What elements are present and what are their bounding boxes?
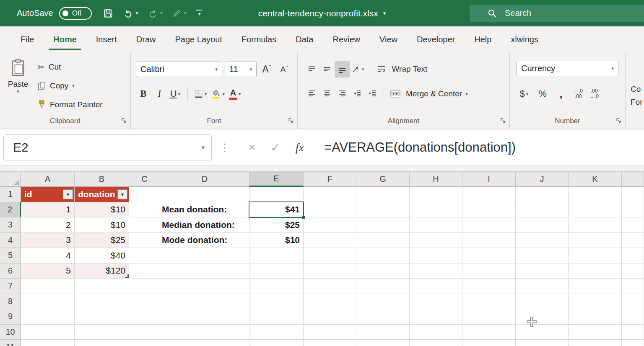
cell-C3[interactable] [129, 217, 160, 233]
bottom-align-button[interactable] [335, 61, 350, 77]
cell-I11[interactable] [462, 340, 516, 346]
cell-partial-3[interactable] [622, 217, 644, 233]
cell-D7[interactable] [160, 279, 249, 294]
cell-F6[interactable] [304, 263, 356, 279]
cell-I4[interactable] [462, 233, 516, 248]
cell-C1[interactable] [129, 187, 160, 202]
cell-partial-9[interactable] [622, 309, 644, 325]
column-header-A[interactable]: A [21, 172, 75, 187]
align-center-button[interactable] [319, 85, 335, 102]
cell-C7[interactable] [129, 279, 160, 294]
cell-D2[interactable]: Mean donation: [160, 202, 249, 218]
cell-B10[interactable] [75, 325, 129, 340]
tab-view[interactable]: View [370, 26, 407, 52]
cell-E1[interactable] [249, 187, 304, 202]
column-header-I[interactable]: I [462, 172, 516, 187]
filter-button[interactable]: ▼ [63, 189, 73, 199]
wrap-text-button[interactable] [374, 61, 389, 77]
decrease-indent-button[interactable] [350, 85, 365, 102]
cell-F9[interactable] [304, 309, 356, 325]
cell-A5[interactable]: 4 [21, 248, 75, 263]
cell-C10[interactable] [129, 325, 160, 340]
tab-formulas[interactable]: Formulas [232, 26, 286, 52]
table-resize-handle[interactable] [125, 274, 129, 278]
cell-J2[interactable] [516, 202, 569, 218]
tab-review[interactable]: Review [323, 26, 370, 52]
cell-B4[interactable]: $25 [75, 233, 129, 248]
cell-G10[interactable] [356, 325, 410, 340]
cell-H4[interactable] [410, 233, 462, 248]
cell-H7[interactable] [410, 279, 462, 294]
cell-H8[interactable] [410, 294, 462, 310]
cell-G9[interactable] [356, 309, 410, 325]
row-header-3[interactable]: 3 [0, 217, 21, 233]
cell-partial-4[interactable] [622, 233, 644, 248]
row-header-6[interactable]: 6 [0, 263, 21, 279]
merge-center-button[interactable] [388, 85, 403, 102]
cell-partial-7[interactable] [622, 279, 644, 294]
cell-G8[interactable] [356, 294, 410, 310]
autosave-toggle[interactable]: Off [59, 7, 92, 20]
redo-split-button[interactable]: ▾ [147, 8, 163, 18]
copy-button[interactable]: Copy ▾ [38, 76, 103, 95]
cell-partial-1[interactable] [622, 187, 644, 202]
cell-D6[interactable] [160, 263, 249, 279]
cell-A11[interactable] [21, 340, 75, 346]
cell-C4[interactable] [129, 233, 160, 248]
cell-J8[interactable] [516, 294, 569, 310]
fill-handle[interactable] [302, 216, 306, 219]
cell-D3[interactable]: Median donation: [160, 217, 249, 233]
cell-E7[interactable] [249, 279, 304, 294]
cell-F2[interactable] [304, 202, 356, 218]
font-size-select[interactable]: 11 ▾ [225, 62, 257, 77]
cell-I3[interactable] [462, 217, 516, 233]
column-header-F[interactable]: F [304, 172, 356, 187]
tab-page-layout[interactable]: Page Layout [166, 26, 232, 52]
cell-A10[interactable] [21, 325, 75, 340]
font-name-select[interactable]: Calibri ▾ [136, 62, 222, 77]
column-header-K[interactable]: K [569, 172, 622, 187]
cell-J3[interactable] [516, 217, 569, 233]
accounting-format-button[interactable]: $ ▾ [517, 85, 532, 102]
cell-C8[interactable] [129, 294, 160, 310]
cell-K4[interactable] [569, 233, 622, 248]
select-all-corner[interactable] [0, 172, 21, 187]
cell-J10[interactable] [516, 325, 569, 340]
pen-split-button[interactable]: ▾ [172, 8, 187, 18]
cell-G3[interactable] [356, 217, 410, 233]
column-header-C[interactable]: C [129, 172, 160, 187]
cell-I9[interactable] [462, 309, 516, 325]
cell-B11[interactable] [75, 340, 129, 346]
cell-K11[interactable] [569, 340, 622, 346]
cell-K2[interactable] [569, 202, 622, 218]
cell-J11[interactable] [516, 340, 569, 346]
orientation-button[interactable]: ▾ [350, 61, 366, 77]
cell-F11[interactable] [304, 340, 356, 346]
cell-K6[interactable] [569, 263, 622, 279]
tab-insert[interactable]: Insert [86, 26, 127, 52]
borders-button[interactable]: ▾ [192, 85, 209, 102]
cell-G1[interactable] [356, 187, 410, 202]
format-painter-button[interactable]: Format Painter [38, 95, 103, 114]
formula-input[interactable]: =AVERAGE(donations[donation]) [324, 140, 516, 155]
drag-dots-icon[interactable]: ⋮ [219, 141, 230, 154]
cell-H6[interactable] [410, 263, 462, 279]
cell-I1[interactable] [462, 187, 516, 202]
cell-A4[interactable]: 3 [21, 233, 75, 248]
row-header-9[interactable]: 9 [0, 309, 21, 325]
cell-I2[interactable] [462, 202, 516, 218]
cell-D9[interactable] [160, 309, 249, 325]
row-header-10[interactable]: 10 [0, 325, 21, 340]
row-header-11[interactable]: 11 [0, 340, 21, 346]
cell-I10[interactable] [462, 325, 516, 340]
underline-button[interactable]: U▾ [168, 85, 183, 102]
cell-E10[interactable] [249, 325, 304, 340]
cell-F1[interactable] [304, 187, 356, 202]
cell-E6[interactable] [249, 263, 304, 279]
cell-E11[interactable] [249, 340, 304, 346]
row-header-8[interactable]: 8 [0, 294, 21, 310]
cell-F3[interactable] [304, 217, 356, 233]
cell-B1[interactable]: donation▼ [75, 187, 129, 202]
chevron-down-icon[interactable]: ▾ [160, 10, 163, 16]
comma-style-button[interactable]: , [553, 85, 569, 102]
